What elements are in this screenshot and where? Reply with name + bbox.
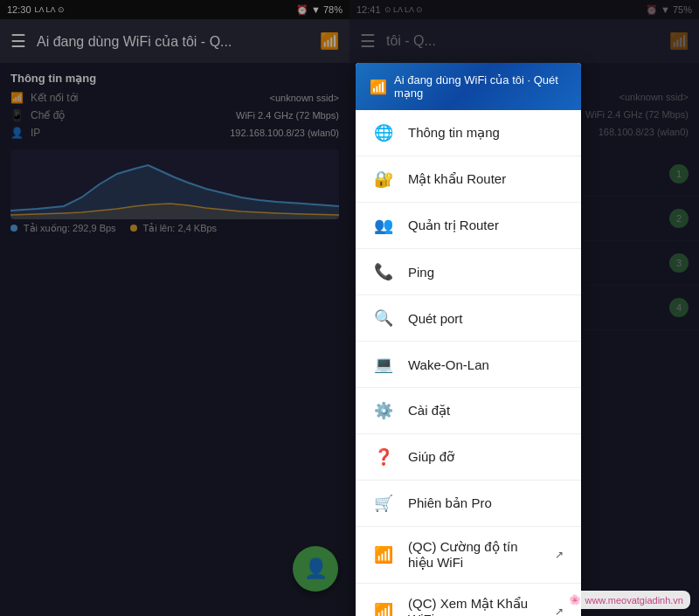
phien-ban-pro-label: Phiên bản Pro	[408, 495, 492, 511]
cuong-do-wifi-icon: 📶	[373, 544, 394, 565]
cuong-do-wifi-label: (QC) Cường độ tín hiệu WiFi	[408, 539, 541, 571]
menu-item-mat-khau-router[interactable]: 🔐 Mật khẩu Router	[356, 156, 581, 203]
quet-port-label: Quét port	[408, 311, 463, 326]
dropdown-header-text: Ai đang dùng WiFi của tôi · Quét mạng	[394, 73, 567, 100]
menu-item-xem-mat-khau-wifi[interactable]: 📶 (QC) Xem Mật Khẩu WiFi ↗	[356, 584, 581, 616]
phien-ban-pro-icon: 🛒	[373, 493, 394, 514]
menu-item-giup-do[interactable]: ❓ Giúp đỡ	[356, 434, 581, 481]
wake-on-lan-icon: 💻	[373, 354, 394, 375]
quet-port-icon: 🔍	[373, 308, 394, 329]
ping-icon: 📞	[373, 261, 394, 282]
overlay-backdrop[interactable]	[0, 0, 699, 616]
menu-item-phien-ban-pro[interactable]: 🛒 Phiên bản Pro	[356, 481, 581, 527]
quan-tri-router-icon: 👥	[373, 215, 394, 236]
bottom-logo: 🌸 www.meovatgiadinh.vn	[562, 591, 690, 609]
menu-item-quet-port[interactable]: 🔍 Quét port	[356, 295, 581, 342]
cuong-do-ext-icon: ↗	[555, 549, 564, 561]
giup-do-icon: ❓	[373, 446, 394, 467]
menu-item-thong-tin-mang[interactable]: 🌐 Thông tin mạng	[356, 110, 581, 156]
dropdown-menu: 📶 Ai đang dùng WiFi của tôi · Quét mạng …	[356, 63, 581, 616]
xem-mat-khau-ext-icon: ↗	[555, 606, 564, 617]
menu-item-ping[interactable]: 📞 Ping	[356, 249, 581, 295]
flower-icon: 🌸	[569, 594, 581, 606]
mat-khau-router-icon: 🔐	[373, 169, 394, 190]
dropdown-header: 📶 Ai đang dùng WiFi của tôi · Quét mạng	[356, 63, 581, 110]
xem-mat-khau-wifi-icon: 📶	[373, 601, 394, 617]
menu-item-cai-dat[interactable]: ⚙️ Cài đặt	[356, 388, 581, 434]
giup-do-label: Giúp đỡ	[408, 449, 454, 465]
logo-text: www.meovatgiadinh.vn	[585, 595, 683, 606]
quan-tri-router-label: Quản trị Router	[408, 218, 499, 233]
cai-dat-label: Cài đặt	[408, 403, 450, 419]
thong-tin-mang-label: Thông tin mạng	[408, 125, 500, 141]
mat-khau-router-label: Mật khẩu Router	[408, 171, 506, 187]
menu-item-cuong-do-wifi[interactable]: 📶 (QC) Cường độ tín hiệu WiFi ↗	[356, 527, 581, 584]
menu-item-wake-on-lan[interactable]: 💻 Wake-On-Lan	[356, 342, 581, 388]
wake-on-lan-label: Wake-On-Lan	[408, 357, 489, 372]
xem-mat-khau-wifi-label: (QC) Xem Mật Khẩu WiFi	[408, 596, 541, 616]
dropdown-wifi-icon: 📶	[370, 79, 387, 95]
cai-dat-icon: ⚙️	[373, 400, 394, 421]
thong-tin-mang-icon: 🌐	[373, 122, 394, 143]
ping-label: Ping	[408, 265, 434, 280]
menu-item-quan-tri-router[interactable]: 👥 Quản trị Router	[356, 203, 581, 249]
